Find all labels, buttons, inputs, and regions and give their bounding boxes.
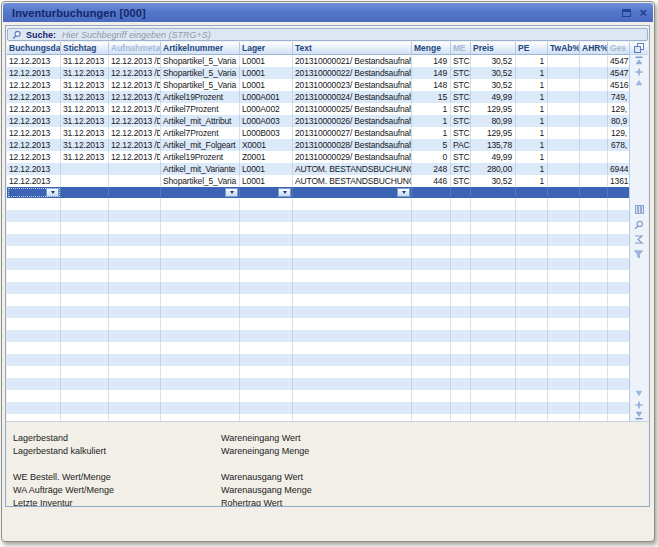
table-row[interactable]: 12.12.201331.12.201312.12.2013 /DoArtike… (7, 127, 629, 139)
table-cell[interactable]: L0001 (240, 163, 293, 175)
filter-button[interactable] (630, 249, 648, 260)
table-cell[interactable] (7, 282, 61, 294)
table-cell[interactable]: 1 (412, 115, 451, 127)
table-cell[interactable]: 201310000025/ Bestandsaufnahme I (293, 103, 412, 115)
table-cell[interactable] (7, 342, 61, 354)
table-cell[interactable] (161, 270, 240, 282)
table-cell[interactable] (608, 234, 629, 246)
table-cell[interactable] (516, 246, 548, 258)
table-cell[interactable] (580, 139, 608, 151)
table-cell[interactable]: 30,52 (471, 67, 516, 79)
table-cell[interactable] (580, 366, 608, 378)
table-cell[interactable] (412, 222, 451, 234)
table-cell[interactable] (412, 330, 451, 342)
table-cell[interactable]: AUTOM. BESTANDSBUCHUNG/Refere (293, 163, 412, 175)
table-cell[interactable] (608, 390, 629, 402)
table-cell[interactable] (7, 366, 61, 378)
table-cell[interactable]: 1 (516, 115, 548, 127)
table-row[interactable]: 12.12.201331.12.201312.12.2013 /DoArtike… (7, 91, 629, 103)
table-cell[interactable] (451, 354, 471, 366)
table-cell[interactable] (580, 318, 608, 330)
table-cell[interactable] (548, 246, 580, 258)
empty-table-row[interactable] (7, 306, 629, 318)
table-cell[interactable]: Artikel19Prozent (161, 91, 240, 103)
table-cell[interactable] (109, 198, 161, 210)
table-cell[interactable]: 201310000026/ Bestandsaufnahme I (293, 115, 412, 127)
table-cell[interactable] (240, 318, 293, 330)
table-cell[interactable] (7, 294, 61, 306)
table-cell[interactable] (61, 210, 109, 222)
table-cell[interactable]: 12.12.2013 /Do (109, 115, 161, 127)
table-cell[interactable] (412, 282, 451, 294)
table-cell[interactable] (451, 402, 471, 414)
table-cell[interactable] (293, 306, 412, 318)
filter-cell-stichtag[interactable] (61, 187, 109, 198)
table-cell[interactable] (608, 151, 629, 163)
filter-dropdown-button[interactable] (397, 188, 410, 197)
table-cell[interactable] (109, 330, 161, 342)
table-cell[interactable] (548, 354, 580, 366)
table-cell[interactable] (548, 258, 580, 270)
table-cell[interactable]: 446 (412, 175, 451, 187)
table-cell[interactable] (161, 342, 240, 354)
table-cell[interactable] (608, 342, 629, 354)
empty-table-row[interactable] (7, 210, 629, 222)
table-cell[interactable] (548, 103, 580, 115)
table-cell[interactable] (412, 414, 451, 421)
table-cell[interactable] (516, 390, 548, 402)
restore-button[interactable] (620, 7, 632, 18)
table-cell[interactable]: 4547 (608, 55, 629, 67)
table-cell[interactable] (548, 282, 580, 294)
table-cell[interactable]: 5 (412, 139, 451, 151)
table-cell[interactable] (471, 366, 516, 378)
table-cell[interactable] (161, 330, 240, 342)
table-cell[interactable]: L000A003 (240, 115, 293, 127)
empty-table-row[interactable] (7, 198, 629, 210)
table-cell[interactable] (293, 414, 412, 421)
table-cell[interactable] (293, 318, 412, 330)
table-cell[interactable] (7, 330, 61, 342)
table-cell[interactable]: 201310000029/ Bestandsaufnahme I (293, 151, 412, 163)
table-cell[interactable] (109, 402, 161, 414)
table-cell[interactable] (240, 390, 293, 402)
table-row[interactable]: 12.12.201331.12.201312.12.2013 /DoArtike… (7, 103, 629, 115)
filter-cell-lager[interactable] (240, 187, 293, 198)
table-cell[interactable] (516, 318, 548, 330)
table-cell[interactable]: L0001 (240, 55, 293, 67)
table-cell[interactable]: STCK (451, 91, 471, 103)
table-cell[interactable] (412, 234, 451, 246)
scroll-top-button[interactable] (630, 55, 648, 66)
table-cell[interactable]: 12.12.2013 (7, 115, 61, 127)
table-cell[interactable] (451, 270, 471, 282)
table-cell[interactable] (516, 210, 548, 222)
table-cell[interactable] (608, 198, 629, 210)
table-cell[interactable] (412, 366, 451, 378)
filter-cell-ges[interactable] (608, 187, 629, 198)
table-cell[interactable] (471, 222, 516, 234)
table-row[interactable]: 12.12.201331.12.201312.12.2013 /DoArtike… (7, 115, 629, 127)
table-cell[interactable] (109, 163, 161, 175)
table-cell[interactable] (580, 342, 608, 354)
table-cell[interactable] (580, 67, 608, 79)
column-header-me[interactable]: ME (451, 42, 471, 55)
column-chooser-button[interactable] (630, 204, 648, 215)
table-cell[interactable] (161, 306, 240, 318)
table-cell[interactable] (516, 270, 548, 282)
table-cell[interactable] (516, 234, 548, 246)
table-cell[interactable] (240, 258, 293, 270)
column-header-aufnahmetag[interactable]: Aufnahmetag (109, 42, 161, 55)
table-cell[interactable]: 1 (516, 67, 548, 79)
table-cell[interactable] (61, 258, 109, 270)
table-cell[interactable] (580, 103, 608, 115)
table-cell[interactable]: Artikel_mit_Attribut (161, 115, 240, 127)
table-cell[interactable]: 1 (516, 79, 548, 91)
table-row[interactable]: 12.12.201331.12.201312.12.2013 /DoArtike… (7, 151, 629, 163)
table-cell[interactable] (61, 222, 109, 234)
table-cell[interactable]: Artikel7Prozent (161, 127, 240, 139)
table-cell[interactable]: 12.12.2013 (7, 103, 61, 115)
table-cell[interactable] (516, 294, 548, 306)
copy-button[interactable] (630, 42, 648, 55)
table-cell[interactable] (471, 246, 516, 258)
filter-cell-ahr-[interactable] (580, 187, 608, 198)
table-cell[interactable] (109, 390, 161, 402)
